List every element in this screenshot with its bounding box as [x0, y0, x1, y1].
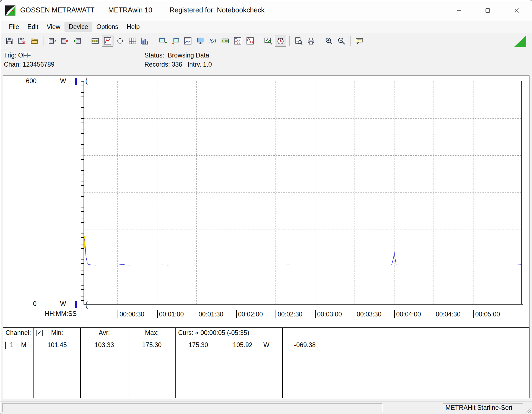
chart-config-icon[interactable] [182, 35, 194, 47]
read-device-icon[interactable] [71, 35, 83, 47]
power-line-chart [84, 81, 522, 304]
green-corner-triangle-icon [514, 35, 526, 47]
x-tick-label: 00:03:30 [355, 310, 382, 318]
channel-header: Channel: [6, 328, 31, 338]
waveform-icon[interactable] [244, 35, 256, 47]
menu-options[interactable]: Options [92, 22, 122, 32]
close-icon [514, 7, 520, 14]
menu-file[interactable]: File [5, 22, 23, 32]
numeric-display-icon[interactable] [89, 35, 101, 47]
menu-bar: File Edit View Device Options Help [0, 21, 532, 33]
window-receive-icon[interactable] [170, 35, 181, 47]
x-tick-label: 00:01:00 [157, 310, 184, 318]
toolbar-separator [154, 36, 154, 46]
channel-mode: M [21, 340, 26, 349]
toolbar-separator [259, 36, 259, 46]
toolbar [0, 33, 532, 49]
x-tick-label: 00:01:30 [197, 310, 224, 318]
status-bar: METRAHit Starline-Seri [0, 401, 532, 414]
x-tick-label: 00:02:30 [276, 310, 302, 318]
min-value: 101.45 [34, 340, 80, 349]
x-axis-line [84, 304, 523, 305]
table-divider [80, 328, 81, 398]
min-header: Min: [34, 328, 80, 338]
x-tick-label: 00:04:00 [394, 310, 421, 318]
monitor-icon[interactable] [194, 35, 206, 47]
x-axis-title: HH:MM:SS [45, 310, 77, 318]
annotation-icon[interactable] [354, 35, 365, 47]
x-axis-labels: HH:MM:SS 00:00:3000:01:0000:01:3000:02:0… [3, 310, 529, 319]
cursor-value: 105.92 [233, 340, 252, 349]
browse-status: Status: Browsing Data [144, 52, 209, 59]
minimize-icon [456, 7, 462, 14]
app-window: GOSSEN METRAWATT METRAwin 10 Registered … [0, 0, 532, 414]
max-value: 175.30 [128, 340, 175, 349]
table-divider [33, 328, 34, 398]
cursor-value-unit: W [263, 340, 269, 349]
channel-row-marker [5, 342, 6, 349]
save-as-icon[interactable] [16, 35, 28, 47]
menu-view[interactable]: View [43, 22, 64, 32]
channel-table: Channel: ✓ Min: Avr: Max: Curs: « 00:00:… [3, 327, 530, 398]
registered-label: Registered for: Notebookcheck [170, 6, 264, 14]
lcd-display-icon[interactable] [219, 35, 231, 47]
crosshair-icon[interactable] [114, 35, 126, 47]
menu-device[interactable]: Device [64, 22, 92, 32]
menu-edit[interactable]: Edit [23, 22, 43, 32]
window-transfer-icon[interactable] [157, 35, 169, 47]
x-tick-label: 00:05:00 [473, 310, 500, 318]
app-icon [5, 5, 16, 16]
cursor-max-value: 175.30 [178, 340, 219, 349]
open-icon[interactable] [28, 35, 40, 47]
plot-area[interactable] [84, 81, 522, 304]
table-divider [175, 328, 176, 398]
table-divider [128, 328, 128, 398]
brand-title: GOSSEN METRAWATT [20, 6, 95, 14]
close-button[interactable] [506, 0, 528, 21]
y-axis-top-channel-marker [75, 78, 77, 85]
clear-memory-icon[interactable] [59, 35, 71, 47]
resize-grip[interactable] [525, 407, 531, 413]
toolbar-separator [320, 36, 320, 46]
status-bar-message-panel [2, 403, 383, 412]
app-title: METRAwin 10 [108, 6, 152, 14]
y-axis-min-unit: W [60, 300, 66, 308]
waveform-dual-icon[interactable] [232, 35, 243, 47]
menu-help[interactable]: Help [123, 22, 144, 32]
max-header: Max: [128, 328, 175, 338]
table-divider [282, 328, 283, 398]
save-icon[interactable] [4, 35, 15, 47]
x-tick-label: 00:02:00 [236, 310, 263, 318]
formula-icon[interactable] [207, 35, 219, 47]
print-icon[interactable] [305, 35, 317, 47]
read-memory-icon[interactable] [46, 35, 58, 47]
y-axis-max-unit: W [60, 77, 66, 85]
avr-header: Avr: [81, 328, 128, 338]
print-preview-icon[interactable] [293, 35, 304, 47]
chart-panel: 600 W 0 W ( ( HH:MM:SS 00:00:3000:01:000… [3, 75, 530, 327]
maximize-button[interactable] [477, 0, 499, 21]
cursor-header: Curs: « 00:00:05 (-05:35) [178, 328, 249, 338]
zoom-min-icon[interactable] [336, 35, 347, 47]
cursor-delta-value: -069.38 [284, 340, 326, 349]
y-axis-bottom-channel-marker [75, 301, 77, 308]
bar-graph-icon[interactable] [139, 35, 151, 47]
channel-status: Chan: 123456789 [4, 61, 55, 68]
data-table-icon[interactable] [127, 35, 138, 47]
minimize-button[interactable] [448, 0, 470, 21]
trigger-status: Trig: OFF [4, 52, 31, 59]
toolbar-separator [350, 36, 351, 46]
toolbar-separator [43, 36, 43, 46]
zoom-max-icon[interactable] [323, 35, 335, 47]
records-status: Records: 336 Intrv. 1.0 [144, 61, 212, 68]
title-bar: GOSSEN METRAWATT METRAwin 10 Registered … [0, 0, 532, 21]
x-tick-label: 00:00:30 [118, 310, 144, 318]
maximize-icon [485, 7, 491, 14]
capture-icon[interactable] [262, 35, 274, 47]
alarm-clock-icon[interactable] [275, 35, 286, 47]
toolbar-separator [86, 36, 86, 46]
line-chart-icon[interactable] [102, 35, 113, 47]
avr-value: 103.33 [81, 340, 128, 349]
channel-number: 1 [10, 340, 14, 349]
x-tick-label: 00:03:00 [315, 310, 342, 318]
